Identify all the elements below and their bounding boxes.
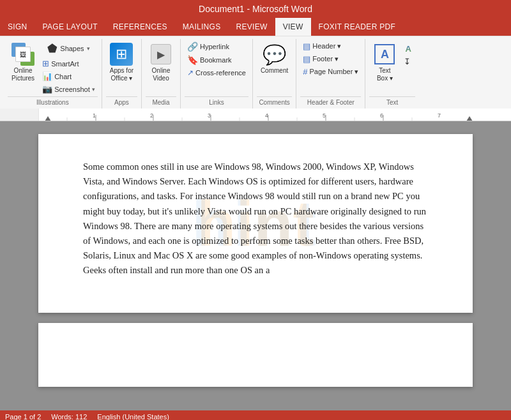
header-label: Header ▾ (312, 42, 341, 50)
status-bar: Page 1 of 2 Words: 112 English (United S… (0, 410, 511, 420)
ruler: 1 2 3 4 5 6 7 (0, 109, 511, 121)
hyperlink-button[interactable]: 🔗 Hyperlink (185, 40, 248, 53)
smartart-icon: ⊞ (42, 59, 49, 68)
apps-label: Apps forOffice ▾ (110, 67, 133, 82)
ribbon-group-links: 🔗 Hyperlink 🔖 Bookmark ↗ Cross-reference… (181, 39, 253, 109)
ribbon-group-header-footer: ▤ Header ▾ ▤ Footer ▾ # Page Number ▾ He… (296, 39, 365, 109)
svg-marker-21 (45, 116, 51, 121)
chart-icon: 📊 (42, 71, 52, 81)
dropcap-icon: ↧ (404, 57, 411, 66)
wordart-button[interactable]: A (401, 43, 415, 55)
shapes-icon: ⬟ (47, 41, 57, 56)
apps-group-label: Apps (106, 96, 137, 109)
cross-reference-button[interactable]: ↗ Cross-reference (185, 67, 248, 79)
apps-for-office-button[interactable]: ⊞ Apps forOffice ▾ (106, 40, 137, 85)
tab-sign[interactable]: SIGN (0, 18, 35, 36)
chart-button[interactable]: 📊 Chart (40, 70, 98, 82)
footer-icon: ▤ (303, 54, 310, 64)
comment-label: Comment (261, 67, 288, 74)
media-group-label: Media (146, 96, 176, 109)
apps-icon: ⊞ (110, 43, 133, 66)
svg-text:4: 4 (265, 112, 268, 119)
word-count: Words: 112 (51, 413, 87, 420)
ribbon-group-illustrations: 🖼 OnlinePictures ⬟ Shapes ▾ ⊞ SmartArt 📊 (4, 39, 102, 109)
footer-label: Footer ▾ (312, 55, 339, 63)
smartart-label: SmartArt (51, 60, 79, 68)
language: English (United States) (97, 413, 169, 420)
ribbon-group-comments: 💬 Comment Comments (253, 39, 296, 109)
online-pictures-label: OnlinePictures (11, 67, 34, 82)
hyperlink-label: Hyperlink (200, 43, 229, 50)
online-pictures-button[interactable]: 🖼 OnlinePictures (8, 40, 38, 85)
tab-bar: SIGN PAGE LAYOUT REFERENCES MAILINGS REV… (0, 18, 511, 36)
comment-button[interactable]: 💬 Comment (257, 40, 292, 77)
header-icon: ▤ (303, 41, 310, 51)
tab-review[interactable]: REVIEW (229, 18, 275, 36)
comments-group-label: Comments (257, 96, 292, 109)
online-video-button[interactable]: ▶ OnlineVideo (146, 40, 176, 85)
page-number-icon: # (303, 67, 307, 77)
header-footer-group-label: Header & Footer (300, 96, 361, 109)
svg-marker-22 (466, 116, 473, 121)
svg-text:3: 3 (208, 112, 211, 119)
screenshot-button[interactable]: 📷 Screenshot ▾ (40, 83, 98, 95)
document-page-2[interactable] (38, 323, 473, 387)
svg-text:6: 6 (380, 112, 383, 119)
tab-page-layout[interactable]: PAGE LAYOUT (35, 18, 105, 36)
ribbon-group-text: A TextBox ▾ A ↧ Text (365, 39, 418, 109)
header-button[interactable]: ▤ Header ▾ (300, 40, 361, 52)
title-bar: Document1 - Microsoft Word (0, 0, 511, 18)
comment-icon: 💬 (263, 43, 286, 66)
text-group-label: Text (369, 96, 415, 109)
tab-mailings[interactable]: MAILINGS (175, 18, 229, 36)
illustrations-group-label: Illustrations (8, 96, 98, 109)
page-count: Page 1 of 2 (5, 413, 41, 420)
dropcap-button[interactable]: ↧ (401, 56, 415, 68)
cross-reference-label: Cross-reference (195, 69, 246, 77)
page-1-text: Some common ones still in use are Window… (83, 160, 428, 278)
cross-reference-icon: ↗ (187, 68, 194, 77)
online-video-icon: ▶ (149, 43, 172, 66)
svg-text:5: 5 (323, 112, 326, 119)
svg-text:1: 1 (93, 112, 96, 119)
ruler-svg: 1 2 3 4 5 6 7 (38, 109, 511, 121)
page-number-button[interactable]: # Page Number ▾ (300, 66, 361, 78)
wordart-icon: A (404, 44, 412, 54)
ribbon: 🖼 OnlinePictures ⬟ Shapes ▾ ⊞ SmartArt 📊 (0, 36, 511, 109)
shapes-button[interactable]: ⬟ Shapes ▾ (40, 40, 98, 57)
document-area: hint hint Some common ones still in use … (0, 121, 511, 410)
tab-references[interactable]: REFERENCES (105, 18, 175, 36)
screenshot-icon: 📷 (42, 84, 52, 94)
svg-text:7: 7 (438, 112, 441, 119)
footer-button[interactable]: ▤ Footer ▾ (300, 53, 361, 65)
bookmark-icon: 🔖 (187, 55, 198, 65)
ribbon-group-apps: ⊞ Apps forOffice ▾ Apps (102, 39, 142, 109)
links-group-label: Links (185, 96, 248, 109)
pictures-icon: 🖼 (11, 43, 34, 66)
online-video-label: OnlineVideo (152, 67, 171, 82)
bookmark-label: Bookmark (200, 56, 232, 64)
tab-foxit[interactable]: FOXIT READER PDF (311, 18, 404, 36)
document-page-1[interactable]: hint hint Some common ones still in use … (38, 134, 473, 313)
ribbon-group-media: ▶ OnlineVideo Media (142, 39, 181, 109)
shapes-label: Shapes (60, 45, 84, 52)
document-title: Document1 - Microsoft Word (199, 4, 312, 14)
text-box-label: TextBox ▾ (377, 67, 393, 82)
bookmark-button[interactable]: 🔖 Bookmark (185, 54, 248, 66)
page-number-label: Page Number ▾ (309, 68, 358, 76)
svg-text:2: 2 (150, 112, 153, 119)
smartart-button[interactable]: ⊞ SmartArt (40, 57, 98, 70)
screenshot-label: Screenshot (54, 86, 90, 93)
chart-label: Chart (54, 73, 72, 80)
text-box-icon: A (373, 43, 396, 66)
tab-view[interactable]: VIEW (275, 18, 311, 36)
hyperlink-icon: 🔗 (187, 41, 198, 52)
text-box-button[interactable]: A TextBox ▾ (369, 40, 400, 85)
